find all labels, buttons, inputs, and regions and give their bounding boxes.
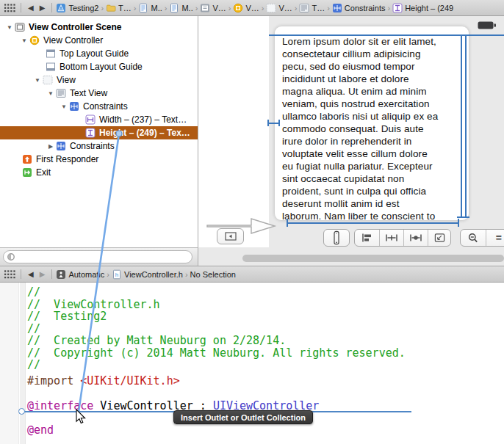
disclosure-triangle-open[interactable]: ▼ xyxy=(46,90,56,97)
outline-row-width-constraint[interactable]: Width – (237) – Text… xyxy=(0,113,198,126)
outline-row-view-controller[interactable]: ▼ View Controller xyxy=(0,34,198,47)
breadcrumb-item-storyboard[interactable]: V… xyxy=(200,3,226,13)
divider xyxy=(21,3,21,12)
xcode-window: ◀ ▶ Testing2 › T… › M.. › M.. › V… › V… … xyxy=(0,0,504,444)
device-preview-button[interactable] xyxy=(323,229,350,247)
assistant-mode-item[interactable]: Automatic xyxy=(56,269,104,280)
header-name: <UIKit/UIKit.h> xyxy=(80,374,179,387)
breadcrumb-label: Height – (249 xyxy=(405,4,453,12)
breadcrumb-label: V… xyxy=(245,4,259,12)
back-arrow-button[interactable]: ◀ xyxy=(28,4,34,12)
breadcrumb-item-view[interactable]: V… xyxy=(266,3,292,13)
leading-constraint-right-cap xyxy=(278,120,280,126)
outline-row-height-constraint-selected[interactable]: Height – (249) – Tex… xyxy=(0,126,198,139)
width-constraint-left-cap xyxy=(287,219,288,227)
outline-label: First Responder xyxy=(36,154,98,164)
breadcrumb-label: T… xyxy=(312,4,325,12)
outline-row-first-responder[interactable]: First Responder xyxy=(0,153,198,166)
breadcrumb-item-view-controller[interactable]: V… xyxy=(233,3,259,13)
code-comment-line: // Created by Matt Neuburg on 2/28/14. xyxy=(27,334,286,347)
hide-document-outline-button[interactable] xyxy=(217,228,244,244)
breadcrumb-label: V… xyxy=(212,4,226,12)
outline-row-text-view[interactable]: ▼ Text View xyxy=(0,87,198,100)
outline-row-exit[interactable]: Exit xyxy=(0,166,198,179)
disclosure-triangle-open[interactable]: ▼ xyxy=(19,37,29,44)
pin-button[interactable] xyxy=(379,230,403,246)
text-view-content[interactable]: Lorem ipsum dolor sit er elit lamet, con… xyxy=(282,35,438,220)
view-icon xyxy=(43,75,53,85)
related-items-icon[interactable] xyxy=(4,270,15,279)
breadcrumb-chevron: › xyxy=(107,270,109,279)
breadcrumb-item-text-view[interactable]: T… xyxy=(299,3,325,13)
outline-label: Bottom Layout Guide xyxy=(60,62,143,72)
outline-toggle-icon xyxy=(225,232,237,241)
breadcrumb-item-file-2[interactable]: M.. xyxy=(169,3,192,13)
code-comment-line: // Testing2 xyxy=(27,310,107,323)
back-arrow-button[interactable]: ◀ xyxy=(28,270,34,278)
forward-arrow-button[interactable]: ▶ xyxy=(40,270,46,278)
outline-label: Height – (249) – Tex… xyxy=(99,128,190,138)
outline-row-constraints-view[interactable]: ▶ Constraints xyxy=(0,139,198,153)
height-constraint-bottom-cap xyxy=(457,216,469,218)
constraint-top-guide-line xyxy=(269,34,504,36)
outline-row-view[interactable]: ▼ View xyxy=(0,73,198,87)
zoom-out-button[interactable] xyxy=(461,230,486,246)
assistant-file-item[interactable]: h ViewController.h xyxy=(112,269,183,280)
disclosure-triangle-open[interactable]: ▼ xyxy=(59,103,69,110)
breadcrumb-chevron: › xyxy=(228,4,231,12)
assistant-selection-label: No Selection xyxy=(190,270,236,279)
project-icon xyxy=(56,3,66,13)
breadcrumb-item-project[interactable]: Testing2 xyxy=(56,3,98,13)
resizing-icon xyxy=(434,233,445,243)
outline-row-top-layout-guide[interactable]: Top Layout Guide xyxy=(0,47,198,60)
divider xyxy=(51,3,52,12)
align-icon xyxy=(361,233,374,243)
disclosure-triangle-open[interactable]: ▼ xyxy=(32,77,43,84)
width-constraint-beam xyxy=(287,222,458,224)
breadcrumb-item-file-1[interactable]: M.. xyxy=(138,3,162,13)
code-comment-line: // xyxy=(27,322,40,335)
view-icon xyxy=(266,3,276,13)
resizing-behavior-button[interactable] xyxy=(428,230,450,246)
outline-label: Constraints xyxy=(83,101,128,112)
drag-tooltip-label: Insert Outlet or Outlet Collection xyxy=(181,413,306,422)
resolve-auto-layout-button[interactable] xyxy=(403,230,428,246)
breadcrumb-label: Constraints xyxy=(345,4,386,12)
canvas-horizontal-scrollbar[interactable] xyxy=(242,255,504,262)
related-items-icon[interactable] xyxy=(4,4,15,12)
assistant-mode-label: Automatic xyxy=(68,270,104,279)
breadcrumb-item-folder[interactable]: T… xyxy=(106,3,132,13)
outline-label: Top Layout Guide xyxy=(60,48,129,59)
code-comment-line: // Copyright (c) 2014 Matt Neuburg. All … xyxy=(27,346,406,360)
zoom-actual-size-button[interactable]: = xyxy=(486,230,504,246)
disclosure-triangle-closed[interactable]: ▶ xyxy=(46,143,56,150)
assistant-selection-item[interactable]: No Selection xyxy=(190,270,236,279)
outline-filter-bar xyxy=(0,247,198,266)
outline-row-bottom-layout-guide[interactable]: Bottom Layout Guide xyxy=(0,60,198,73)
align-button[interactable] xyxy=(355,230,379,246)
breadcrumb-item-height-constraint[interactable]: Height – (249 xyxy=(392,3,453,13)
view-controller-card[interactable]: Lorem ipsum dolor sit er elit lamet, con… xyxy=(275,26,469,220)
forward-arrow-button[interactable]: ▶ xyxy=(40,4,46,12)
outline-filter-input[interactable] xyxy=(3,250,192,263)
outline-label: View Controller Scene xyxy=(29,22,122,32)
height-constraint-icon xyxy=(85,128,96,138)
assistant-jump-bar: ◀ ▶ Automatic › h ViewController.h › No … xyxy=(0,266,504,283)
view-controller-icon xyxy=(29,35,40,46)
outline-row-constraints-text-view[interactable]: ▼ Constraints xyxy=(0,100,198,113)
height-constraint-beam-line-b xyxy=(465,36,467,217)
outline-label: View Controller xyxy=(43,35,103,46)
bottom-layout-guide-icon xyxy=(46,62,56,72)
outline-label: Width – (237) – Text… xyxy=(99,114,187,125)
breadcrumb-item-constraints[interactable]: Constraints xyxy=(332,3,386,13)
code-comment-line: // xyxy=(27,285,40,299)
assistant-file-label: ViewController.h xyxy=(124,270,183,279)
disclosure-triangle-open[interactable]: ▼ xyxy=(4,24,15,31)
ib-canvas[interactable]: Lorem ipsum dolor sit er elit lamet, con… xyxy=(198,16,504,266)
leading-constraint-left-cap xyxy=(267,120,269,126)
constraints-icon xyxy=(332,3,342,13)
zoom-out-icon xyxy=(467,233,479,244)
height-constraint-beam-line-a xyxy=(461,36,462,217)
outline-label: Exit xyxy=(36,167,51,178)
outline-row-view-controller-scene[interactable]: ▼ View Controller Scene xyxy=(0,21,198,34)
